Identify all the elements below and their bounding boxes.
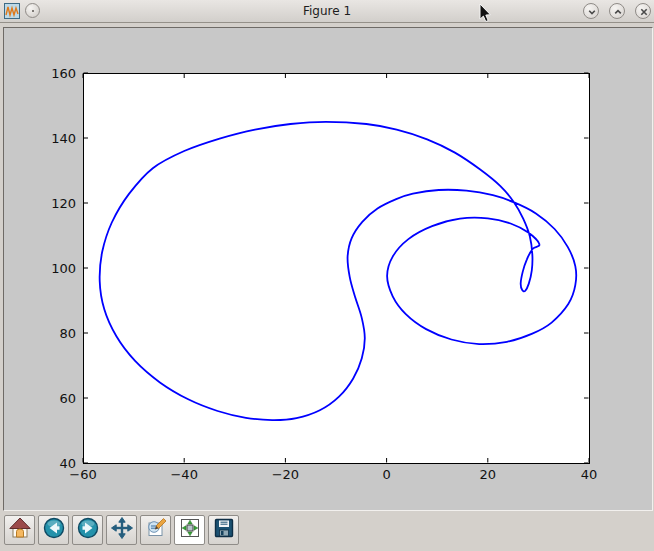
y-tick-label: 40 [59,456,76,471]
y-tick-label: 160 [51,66,76,81]
y-tick-label: 140 [51,131,76,146]
home-button[interactable] [4,515,35,545]
pan-button[interactable] [106,515,137,545]
back-arrow-icon [43,517,65,543]
close-button[interactable] [635,3,651,19]
y-tick-label: 120 [51,196,76,211]
zoom-to-rect-button[interactable] [140,515,171,545]
zoom-to-rect-icon [145,517,167,543]
plot-toolbar [4,514,239,546]
figure-window: Figure 1 −60−40−200204040608010012014016… [0,0,654,551]
configure-subplots-button[interactable] [174,515,205,545]
y-tick-label: 100 [51,261,76,276]
forward-button[interactable] [72,515,103,545]
window-title: Figure 1 [0,0,654,22]
save-floppy-icon [213,517,235,543]
back-button[interactable] [38,515,69,545]
forward-arrow-icon [77,517,99,543]
save-button[interactable] [208,515,239,545]
configure-subplots-icon [179,517,201,543]
plot-area[interactable] [83,73,589,463]
x-tick-label: 40 [581,467,598,482]
plot-canvas[interactable]: −60−40−2002040406080100120140160 [3,27,653,511]
pan-arrows-icon [111,517,133,543]
minimize-button[interactable] [583,3,599,19]
y-tick-label: 60 [59,391,76,406]
x-tick-label: 20 [480,467,497,482]
maximize-button[interactable] [609,3,625,19]
x-tick-label: −20 [272,467,299,482]
y-tick-label: 80 [59,326,76,341]
x-tick-label: −40 [170,467,197,482]
titlebar[interactable]: Figure 1 [0,0,654,23]
home-icon [9,517,31,543]
x-tick-label: 0 [382,467,390,482]
